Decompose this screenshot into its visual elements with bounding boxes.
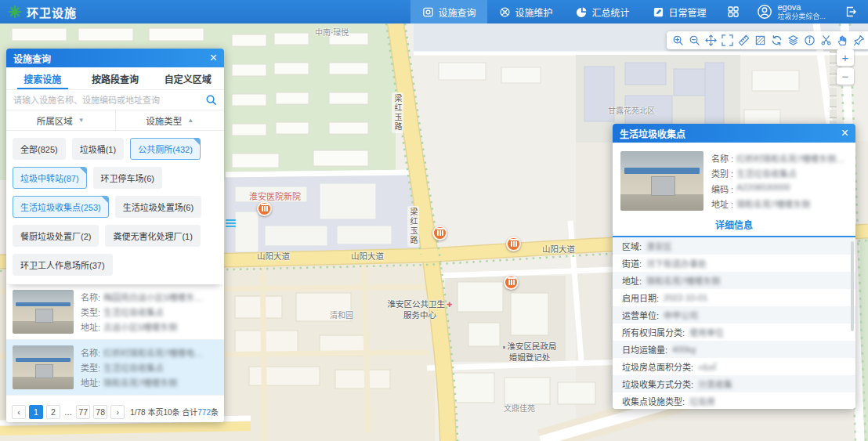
facility-marker[interactable] (504, 275, 519, 290)
facility-detail-panel: 生活垃圾收集点 × 名称 :红桥村锦和名苑7幢楼东侧01垃圾收… 类别 :生活垃… (613, 124, 855, 409)
close-icon[interactable]: × (841, 127, 848, 139)
scrollbar[interactable] (851, 241, 854, 331)
list-item[interactable]: 名称:梅园苑白运小区5幢楼东… 类型:生活垃圾收集点 地址:古运小区5幢楼东侧 (6, 284, 224, 340)
map-tool-zoom-in[interactable] (671, 34, 685, 47)
nav-facility-query[interactable]: 设施查询 (410, 0, 487, 23)
facility-marker[interactable] (506, 237, 521, 251)
type-dropdown[interactable]: 设施类型 ▲ (116, 110, 225, 130)
field-label: 地址: (81, 320, 100, 333)
map-zoom-out-button[interactable]: − (837, 68, 854, 85)
trash-bin-icon (262, 206, 268, 211)
map-label-road: 山阳大道 (542, 243, 575, 255)
search-icon[interactable] (205, 94, 217, 106)
field-value: 梅园苑白运小区5幢楼东… (103, 291, 203, 303)
page-1-button[interactable]: 1 (29, 405, 43, 419)
field-value: 生活垃圾收集点 (103, 361, 164, 374)
next-page-button[interactable]: › (110, 405, 125, 419)
field-label: 编码 : (711, 183, 733, 195)
map-tool-zoom-out[interactable] (688, 34, 701, 47)
field-value: 锦和名苑7幢楼东侧 (646, 274, 720, 287)
map-tool-pin[interactable] (852, 34, 866, 47)
chevron-up-icon: ▲ (187, 117, 193, 124)
chevron-down-icon: ▼ (78, 117, 85, 124)
tab-by-road[interactable]: 按路段查询 (79, 67, 152, 89)
map-tool-info[interactable] (803, 34, 816, 47)
page-ellipsis: … (63, 405, 73, 419)
search-input[interactable] (13, 96, 202, 105)
map-tool-hand[interactable] (836, 34, 849, 47)
field-label: 收集点设施类型: (622, 395, 685, 407)
chip-trash-can[interactable]: 垃圾桶(1) (72, 138, 124, 160)
red-cross-icon: ✚ (447, 301, 453, 309)
region-dropdown[interactable]: 所属区域 ▼ (6, 110, 116, 130)
list-item[interactable]: 名称:红桥村锦和名苑8幢楼电… 类型:生活垃圾收集点 (6, 396, 224, 401)
map-tool-clip[interactable] (819, 34, 833, 47)
list-item-selected[interactable]: 名称:红桥村锦和名苑7幢楼电… 类型:生活垃圾收集点 地址:锦和名苑7幢楼东侧 (6, 340, 224, 396)
field-value: 生活垃圾收集点 (736, 167, 797, 179)
chip-transfer-station[interactable]: 垃圾中转站(87) (13, 167, 87, 189)
chip-disposal-site[interactable]: 生活垃圾处置场(6) (115, 196, 201, 218)
region-dropdown-label: 所属区域 (37, 114, 73, 127)
logout-button[interactable] (834, 0, 868, 23)
map-tool-area-measure[interactable] (754, 34, 767, 47)
facility-query-icon (422, 6, 434, 18)
field-label: 垃圾收集方式分类: (622, 378, 693, 390)
tab-custom-area[interactable]: 自定义区域 (151, 67, 224, 89)
tab-detail-info[interactable]: 详细信息 (613, 218, 855, 237)
poi-dot-icon (503, 346, 505, 349)
prev-page-button[interactable]: ‹ (12, 405, 26, 419)
chip-all[interactable]: 全部(825) (13, 138, 66, 160)
facility-marker[interactable] (257, 201, 272, 216)
map-toolbar (667, 31, 868, 49)
tab-search-facility[interactable]: 搜索设施 (6, 67, 79, 89)
field-label: 街道: (622, 257, 642, 269)
page-77-button[interactable]: 77 (76, 405, 90, 419)
civil-affairs-line2: 婚姻登记处 (509, 352, 551, 362)
field-label: 名称: (81, 346, 100, 359)
health-center-line2: 服务中心 (403, 310, 436, 320)
map-tool-refresh[interactable] (770, 34, 783, 47)
field-label: 地址: (81, 376, 100, 389)
chip-collection-point[interactable]: 生活垃圾收集点(253) (13, 196, 109, 218)
nav-daily-management[interactable]: 日常管理 (641, 0, 718, 23)
map-tool-pan[interactable] (704, 34, 718, 47)
chip-night-soil[interactable]: 粪便无害化处理厂(1) (105, 225, 200, 247)
chip-kitchen-waste[interactable]: 餐厨垃圾处置厂(2) (13, 225, 99, 247)
facility-marker[interactable] (432, 226, 447, 240)
map-tool-measure[interactable] (737, 34, 750, 47)
facility-thumbnail (13, 345, 74, 389)
map-tool-extent[interactable] (721, 34, 734, 47)
chip-parking[interactable]: 环卫停车场(6) (93, 167, 162, 189)
map-zoom-in-button[interactable]: + (837, 49, 854, 66)
page-78-button[interactable]: 78 (93, 405, 107, 419)
apps-grid-button[interactable] (718, 0, 749, 23)
map-tool-layers[interactable] (787, 34, 800, 47)
user-info: egova 垃圾分类综合... (777, 2, 826, 21)
field-value: 锦和名苑7幢楼东侧 (103, 376, 177, 389)
facility-type-chips: 全部(825) 垃圾桶(1) 公共厕所(432) 垃圾中转站(87) 环卫停车场… (6, 131, 224, 284)
field-value: 生活垃圾收集点 (103, 305, 164, 318)
nav-statistics[interactable]: 汇总统计 (564, 0, 641, 23)
type-dropdown-label: 设施类型 (146, 114, 182, 127)
statistics-icon (576, 6, 588, 18)
filter-headers: 所属区域 ▼ 设施类型 ▲ (6, 110, 224, 131)
field-value: 分类收集 (698, 378, 732, 390)
logout-icon (844, 5, 857, 18)
field-label: 所有权归属分类: (622, 326, 685, 338)
user-menu[interactable]: egova 垃圾分类综合... (757, 2, 826, 21)
pin-icon (853, 34, 865, 46)
close-icon[interactable]: × (210, 52, 217, 64)
chip-public-toilet[interactable]: 公共厕所(432) (130, 138, 201, 160)
field-value: <6㎡ (698, 360, 717, 373)
page-2-button[interactable]: 2 (46, 405, 60, 419)
field-value: 申甲公司 (664, 309, 698, 321)
total-prefix: 合计 (182, 408, 197, 417)
list-item-fields: 名称:红桥村锦和名苑7幢楼电… 类型:生活垃圾收集点 地址:锦和名苑7幢楼东侧 (81, 345, 218, 389)
panel-collapse-handle[interactable] (226, 219, 236, 227)
nav-facility-maintain[interactable]: 设施维护 (487, 0, 564, 23)
detail-rows: 区域:淮安区 街道:河下街道办事处 地址:锦和名苑7幢楼东侧 启用日期:2022… (613, 237, 855, 409)
chip-worker-rest[interactable]: 环卫工人作息场所(37) (13, 254, 113, 276)
detail-summary-fields: 名称 :红桥村锦和名苑7幢楼东侧01垃圾收… 类别 :生活垃圾收集点 编码 :A… (711, 151, 848, 211)
list-item-fields: 名称:梅园苑白运小区5幢楼东… 类型:生活垃圾收集点 地址:古运小区5幢楼东侧 (81, 290, 218, 334)
app-logo: 环卫设施 (8, 4, 77, 20)
